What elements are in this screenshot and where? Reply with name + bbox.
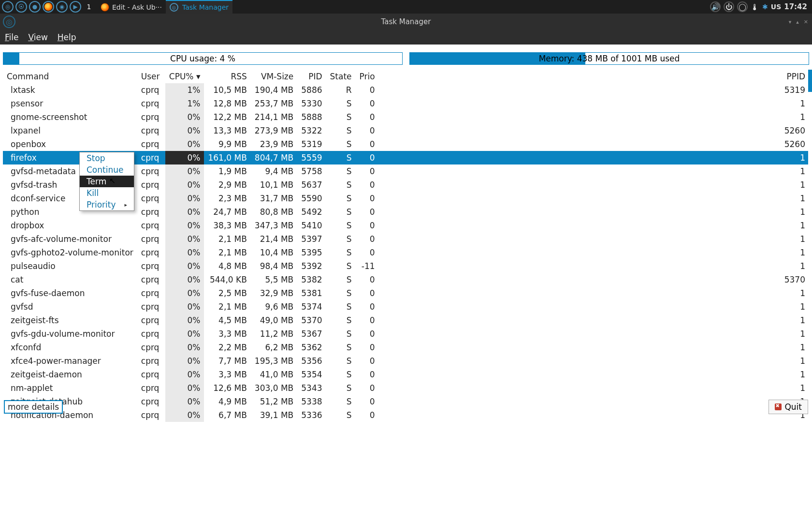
table-row[interactable]: xfce4-power-managercprq0%7,7 MB195,3 MB5… bbox=[3, 354, 809, 368]
table-row[interactable]: dropboxcprq0%38,3 MB347,3 MB5410S01 bbox=[3, 219, 809, 232]
cell-vm: 41,0 MB bbox=[251, 368, 297, 381]
cell-pid: 5758 bbox=[297, 164, 326, 178]
clock[interactable]: 17:42 bbox=[784, 2, 807, 11]
workspace-indicator[interactable]: 1 bbox=[83, 1, 95, 13]
minimize-icon[interactable]: ▾ bbox=[789, 19, 792, 25]
cell-rss: 10,5 MB bbox=[204, 83, 250, 97]
menu-view[interactable]: View bbox=[28, 32, 47, 42]
column-header[interactable]: PID bbox=[297, 70, 326, 83]
cell-cpu: 0% bbox=[165, 314, 204, 327]
memory-usage-label: Memory: 438 MB of 1001 MB used bbox=[539, 54, 680, 63]
network-icon[interactable]: ◯ bbox=[737, 1, 748, 12]
record-icon[interactable]: ● bbox=[29, 1, 41, 13]
menubar: File View Help bbox=[0, 30, 812, 45]
titlebar[interactable]: ◎ Task Manager ▾ ▴ ✕ bbox=[0, 14, 812, 30]
taskbar-button[interactable]: ◎Task Manager bbox=[166, 0, 232, 14]
context-menu-item[interactable]: Continue bbox=[80, 164, 134, 176]
menu-help[interactable]: Help bbox=[58, 32, 76, 42]
column-header[interactable]: PPID bbox=[379, 70, 809, 83]
table-row[interactable]: gvfsdcprq0%2,1 MB9,6 MB5374S01 bbox=[3, 300, 809, 314]
close-icon[interactable]: ✕ bbox=[804, 19, 808, 25]
column-header[interactable]: Command bbox=[3, 70, 137, 83]
cell-ppid: 5319 bbox=[379, 83, 809, 97]
context-menu-label: Continue bbox=[87, 165, 123, 175]
column-header[interactable]: User bbox=[137, 70, 165, 83]
table-row[interactable]: pulseaudiocprq0%4,8 MB98,4 MB5392S-111 bbox=[3, 259, 809, 273]
column-header[interactable]: VM-Size bbox=[251, 70, 297, 83]
cell-prio: 0 bbox=[356, 137, 379, 151]
maximize-icon[interactable]: ▴ bbox=[796, 19, 799, 25]
cell-cmd: xfce4-power-manager bbox=[3, 354, 137, 368]
table-row[interactable]: gvfs-gdu-volume-monitorcprq0%3,3 MB11,2 … bbox=[3, 327, 809, 341]
context-menu-item[interactable]: Kill bbox=[80, 187, 134, 199]
cell-vm: 11,2 MB bbox=[251, 327, 297, 341]
table-row[interactable]: openboxcprq0%9,9 MB23,9 MB5319S05260 bbox=[3, 137, 809, 151]
cell-ppid: 1 bbox=[379, 246, 809, 259]
column-header[interactable]: RSS bbox=[204, 70, 250, 83]
play-icon[interactable]: ▶ bbox=[70, 1, 81, 13]
process-table[interactable]: CommandUserCPU% ▾RSSVM-SizePIDStatePrioP… bbox=[3, 70, 809, 422]
volume-icon[interactable]: 🔊 bbox=[710, 1, 721, 12]
taskbar-label: Edit - Ask Ub··· bbox=[112, 3, 162, 11]
cell-cpu: 1% bbox=[165, 83, 204, 97]
table-row[interactable]: gvfs-fuse-daemoncprq0%2,5 MB32,9 MB5381S… bbox=[3, 286, 809, 300]
cell-ppid: 1 bbox=[379, 314, 809, 327]
column-header[interactable]: CPU% ▾ bbox=[165, 70, 204, 83]
quit-button[interactable]: Quit bbox=[768, 400, 808, 414]
table-row[interactable]: xfconfdcprq0%2,2 MB6,2 MB5362S01 bbox=[3, 341, 809, 354]
bluetooth-icon[interactable]: ✱ bbox=[762, 3, 768, 11]
cell-vm: 21,4 MB bbox=[251, 232, 297, 246]
taskbar-button[interactable]: Edit - Ask Ub··· bbox=[97, 0, 166, 14]
vertical-scrollbar[interactable] bbox=[808, 70, 812, 477]
cell-state: S bbox=[326, 219, 356, 232]
cell-user: cprq bbox=[137, 97, 165, 110]
table-row[interactable]: zeitgeist-daemoncprq0%3,3 MB41,0 MB5354S… bbox=[3, 368, 809, 381]
context-menu-item[interactable]: Term bbox=[80, 176, 134, 187]
keyboard-layout[interactable]: US bbox=[771, 3, 781, 11]
memory-usage-bar: Memory: 438 MB of 1001 MB used bbox=[409, 52, 809, 65]
cell-prio: 0 bbox=[356, 273, 379, 286]
chrome-icon[interactable]: ◉ bbox=[56, 1, 68, 13]
window-icon: ◎ bbox=[3, 15, 15, 28]
cell-prio: 0 bbox=[356, 110, 379, 124]
cell-pid: 5362 bbox=[297, 341, 326, 354]
cell-vm: 5,5 MB bbox=[251, 273, 297, 286]
cell-cmd: gvfs-fuse-daemon bbox=[3, 286, 137, 300]
table-row[interactable]: lxtaskcprq1%10,5 MB190,4 MB5886R05319 bbox=[3, 83, 809, 97]
cell-state: S bbox=[326, 273, 356, 286]
table-row[interactable]: gvfs-gphoto2-volume-monitorcprq0%2,1 MB1… bbox=[3, 246, 809, 259]
cell-state: S bbox=[326, 97, 356, 110]
cell-vm: 214,1 MB bbox=[251, 110, 297, 124]
column-header[interactable]: Prio bbox=[356, 70, 379, 83]
table-row[interactable]: catcprq0%544,0 KB5,5 MB5382S05370 bbox=[3, 273, 809, 286]
menu-file[interactable]: File bbox=[5, 32, 18, 42]
table-row[interactable]: gvfs-afc-volume-monitorcprq0%2,1 MB21,4 … bbox=[3, 232, 809, 246]
context-menu-item[interactable]: Stop bbox=[80, 152, 134, 164]
table-row[interactable]: psensorcprq1%12,8 MB253,7 MB5330S01 bbox=[3, 97, 809, 110]
cell-user: cprq bbox=[137, 354, 165, 368]
github-icon[interactable]: ⦿ bbox=[15, 1, 27, 13]
table-row[interactable]: gnome-screenshotcprq0%12,2 MB214,1 MB588… bbox=[3, 110, 809, 124]
cell-cpu: 0% bbox=[165, 286, 204, 300]
more-details-button[interactable]: more details bbox=[4, 400, 63, 414]
table-row[interactable]: nm-appletcprq0%12,6 MB303,0 MB5343S01 bbox=[3, 381, 809, 395]
table-row[interactable]: zeitgeist-ftscprq0%4,5 MB49,0 MB5370S01 bbox=[3, 314, 809, 327]
column-header[interactable]: State bbox=[326, 70, 356, 83]
cell-rss: 7,7 MB bbox=[204, 354, 250, 368]
context-menu-item[interactable]: Priority▸ bbox=[80, 199, 134, 210]
cell-vm: 6,2 MB bbox=[251, 341, 297, 354]
cell-ppid: 1 bbox=[379, 151, 809, 164]
cell-vm: 23,9 MB bbox=[251, 137, 297, 151]
firefox-icon[interactable] bbox=[43, 1, 54, 13]
table-row[interactable]: lxpanelcprq0%13,3 MB273,9 MB5322S05260 bbox=[3, 124, 809, 137]
thermometer-icon[interactable]: 🌡 bbox=[751, 2, 759, 12]
cell-ppid: 5370 bbox=[379, 273, 809, 286]
cell-user: cprq bbox=[137, 246, 165, 259]
cell-cpu: 0% bbox=[165, 124, 204, 137]
cell-state: S bbox=[326, 205, 356, 219]
cell-cmd: lxtask bbox=[3, 83, 137, 97]
battery-icon[interactable]: ⏻ bbox=[724, 1, 734, 12]
launcher-icon[interactable]: ◎ bbox=[2, 1, 14, 13]
cell-state: S bbox=[326, 164, 356, 178]
quit-label: Quit bbox=[784, 402, 802, 412]
